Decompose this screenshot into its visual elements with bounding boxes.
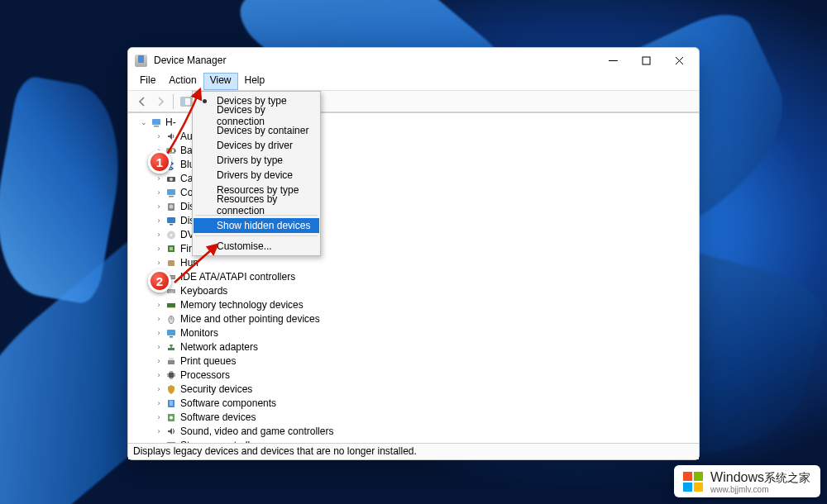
menu-item-devices-by-driver[interactable]: Devices by driver	[194, 138, 319, 153]
svg-point-35	[170, 416, 173, 419]
tree-node[interactable]: ›Security devices	[135, 382, 692, 396]
svg-rect-22	[168, 260, 174, 266]
svg-rect-28	[170, 336, 173, 338]
tree-node-label: Processors	[180, 369, 230, 381]
camera-icon	[165, 172, 177, 184]
tree-node[interactable]: ›Monitors	[135, 326, 692, 340]
tree-node-label: Keyboards	[180, 285, 227, 297]
menu-view[interactable]: View	[203, 73, 238, 90]
softdev-icon	[165, 411, 177, 423]
tree-node-label: Memory technology devices	[180, 299, 304, 311]
statusbar: Displays legacy devices and devices that…	[128, 443, 699, 459]
menu-item-customise[interactable]: Customise...	[194, 239, 319, 254]
svg-rect-25	[167, 303, 175, 307]
titlebar[interactable]: Device Manager	[128, 48, 699, 73]
maximize-button[interactable]	[629, 49, 662, 72]
tree-node[interactable]: ›Software devices	[135, 410, 692, 424]
computer-icon	[165, 186, 177, 198]
memory-icon	[165, 298, 177, 311]
tree-node-label: Network adapters	[180, 341, 258, 353]
hid-icon	[165, 256, 177, 269]
annotation-badge-1: 1	[148, 150, 171, 174]
svg-rect-8	[174, 150, 176, 152]
printer-icon	[165, 354, 177, 367]
tree-node[interactable]: ›Sound, video and game controllers	[135, 424, 692, 438]
watermark-brand: Windows	[710, 470, 764, 484]
watermark: Windows系统之家 www.bjjmlv.com	[674, 465, 820, 497]
firmware-icon	[165, 242, 177, 254]
svg-rect-5	[152, 119, 160, 125]
tree-node[interactable]: ›Processors	[135, 368, 692, 382]
menu-item-drivers-by-device[interactable]: Drivers by device	[194, 168, 319, 183]
network-icon	[165, 340, 177, 353]
svg-rect-17	[170, 224, 173, 226]
windows-logo-icon	[682, 471, 705, 494]
svg-rect-32	[169, 373, 174, 378]
close-button[interactable]	[662, 49, 696, 72]
tree-node[interactable]: ›Keyboards	[135, 283, 692, 297]
computer-icon	[150, 116, 162, 128]
tree-node[interactable]: ›Memory technology devices	[135, 297, 692, 311]
forward-button[interactable]	[151, 93, 170, 110]
menu-item-label: Devices by container	[217, 125, 308, 136]
menu-item-label: Devices by driver	[217, 140, 293, 151]
window-title: Device Manager	[154, 55, 596, 66]
watermark-url: www.bjjmlv.com	[710, 485, 810, 494]
menu-action[interactable]: Action	[162, 73, 203, 90]
back-button[interactable]	[133, 93, 151, 110]
audio-icon	[165, 130, 177, 142]
menu-help[interactable]: Help	[238, 73, 272, 90]
view-menu-dropdown: Devices by typeDevices by connectionDevi…	[192, 91, 321, 256]
tree-node-label: Software components	[180, 397, 276, 409]
svg-rect-27	[167, 330, 175, 335]
svg-rect-13	[169, 196, 174, 197]
tree-node[interactable]: ›Network adapters	[135, 340, 692, 354]
tree-node[interactable]: ›Software components	[135, 396, 692, 410]
tree-node-label: Security devices	[180, 383, 252, 395]
menu-item-drivers-by-type[interactable]: Drivers by type	[194, 153, 319, 168]
tree-node-label: Monitors	[180, 327, 218, 339]
svg-rect-29	[168, 348, 174, 350]
storage-icon	[165, 439, 177, 443]
svg-point-15	[169, 204, 173, 208]
minimize-button[interactable]	[596, 49, 629, 72]
dvd-icon	[165, 228, 177, 240]
menu-item-resources-by-connection[interactable]: Resources by connection	[194, 197, 319, 212]
disk-icon	[165, 200, 177, 212]
tree-node-label: Print queues	[180, 355, 236, 367]
watermark-suffix: 系统之家	[764, 471, 810, 484]
tree-node[interactable]: ›Hun	[135, 255, 692, 269]
svg-point-19	[170, 234, 172, 236]
menu-item-devices-by-container[interactable]: Devices by container	[194, 123, 319, 138]
svg-rect-30	[168, 360, 174, 364]
svg-rect-16	[167, 217, 175, 223]
toolbar-separator	[173, 94, 174, 109]
display-icon	[165, 214, 177, 226]
tree-node[interactable]: ›Print queues	[135, 354, 692, 368]
svg-rect-21	[170, 247, 173, 250]
app-icon	[135, 55, 147, 67]
svg-rect-6	[154, 126, 159, 127]
menu-item-label: Resources by connection	[217, 193, 311, 216]
tree-node[interactable]: ›Storage controllers	[135, 438, 692, 443]
tree-node-label: Sound, video and game controllers	[180, 426, 333, 437]
mouse-icon	[165, 312, 177, 325]
radio-dot-icon	[203, 99, 207, 103]
menubar: FileActionViewHelp	[128, 73, 699, 91]
security-icon	[165, 383, 177, 395]
tree-node[interactable]: ›IDE ATA/ATAPI controllers	[135, 269, 692, 283]
menu-item-show-hidden-devices[interactable]: Show hidden devices	[194, 218, 319, 233]
menu-separator	[195, 235, 318, 236]
monitor-icon	[165, 326, 177, 339]
tree-node[interactable]: ›Mice and other pointing devices	[135, 311, 692, 326]
tree-node-label: IDE ATA/ATAPI controllers	[180, 271, 295, 283]
menu-item-devices-by-connection[interactable]: Devices by connection	[194, 108, 319, 123]
annotation-badge-2: 2	[148, 269, 171, 292]
tree-node-label: Storage controllers	[180, 440, 264, 444]
menu-item-label: Drivers by device	[217, 169, 293, 181]
svg-rect-0	[643, 57, 650, 64]
tree-node-label: Hun	[180, 257, 198, 269]
svg-rect-33	[168, 400, 174, 407]
menu-item-label: Drivers by type	[217, 155, 283, 166]
menu-file[interactable]: File	[133, 73, 162, 90]
